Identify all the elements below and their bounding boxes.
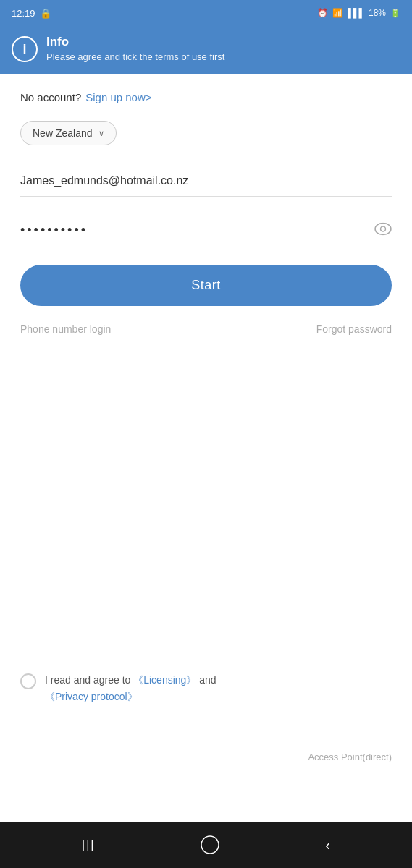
email-input[interactable] (20, 166, 392, 197)
country-selector[interactable]: New Zealand ∨ (20, 121, 117, 145)
main-card: No account? Sign up now> New Zealand ∨ S… (0, 74, 412, 820)
country-label: New Zealand (33, 127, 93, 139)
no-account-row: No account? Sign up now> (20, 91, 392, 103)
status-bar: 12:19 🔒 ⏰ 📶 ▌▌▌ 18% 🔋 (0, 0, 412, 26)
nav-bar: ||| ‹ (0, 822, 412, 868)
privacy-link[interactable]: 《Privacy protocol》 (45, 691, 138, 702)
battery-label: 18% (369, 8, 386, 18)
eye-icon[interactable] (374, 223, 392, 239)
no-account-label: No account? (20, 91, 81, 103)
access-point: Access Point(direct) (308, 752, 392, 762)
info-title: Info (46, 35, 224, 49)
back-nav-icon[interactable]: ‹ (325, 837, 330, 854)
agreement-prefix: I read and agree to (45, 674, 133, 686)
start-button[interactable]: Start (20, 265, 392, 306)
access-point-label: Access Point(direct) (308, 752, 392, 762)
svg-point-0 (375, 224, 391, 235)
lock-icon: 🔒 (40, 8, 51, 19)
agreement-section: I read and agree to 《Licensing》 and 《Pri… (20, 672, 392, 705)
info-banner: i Info Please agree and tick the terms o… (0, 26, 412, 74)
licensing-link[interactable]: 《Licensing》 (133, 674, 196, 686)
phone-login-link[interactable]: Phone number login (20, 323, 111, 335)
email-input-wrapper (20, 166, 392, 214)
status-left: 12:19 🔒 (12, 8, 51, 19)
agreement-text: I read and agree to 《Licensing》 and 《Pri… (45, 672, 216, 705)
wifi-icon: 📶 (332, 8, 343, 18)
svg-rect-2 (201, 836, 219, 854)
time-label: 12:19 (12, 8, 35, 19)
battery-icon: 🔋 (390, 9, 400, 18)
agreement-checkbox[interactable] (20, 673, 36, 689)
alarm-icon: ⏰ (317, 8, 328, 18)
password-input[interactable] (20, 214, 392, 247)
sign-up-link[interactable]: Sign up now> (85, 91, 151, 103)
info-icon: i (12, 36, 38, 62)
chevron-down-icon: ∨ (98, 129, 104, 138)
links-row: Phone number login Forgot password (20, 323, 392, 335)
agreement-and: and (196, 674, 216, 686)
status-right: ⏰ 📶 ▌▌▌ 18% 🔋 (317, 8, 400, 18)
info-subtitle: Please agree and tick the terms of use f… (46, 51, 224, 62)
forgot-password-link[interactable]: Forgot password (316, 323, 392, 335)
info-text-block: Info Please agree and tick the terms of … (46, 35, 224, 62)
menu-nav-icon[interactable]: ||| (82, 838, 95, 851)
signal-icon: ▌▌▌ (348, 8, 364, 18)
home-nav-icon[interactable] (201, 835, 219, 854)
svg-point-1 (381, 226, 386, 231)
password-input-wrapper (20, 214, 392, 247)
